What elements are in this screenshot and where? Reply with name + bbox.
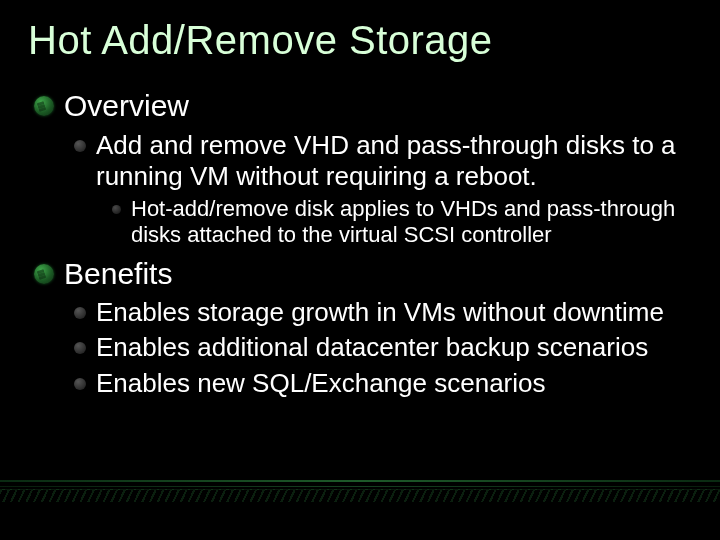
section-heading: Benefits [64, 257, 172, 292]
list-item: Hot-add/remove disk applies to VHDs and … [112, 196, 690, 249]
bullet-dot-icon [74, 140, 86, 152]
bullet-orb-icon [34, 96, 54, 116]
slide-content: Overview Add and remove VHD and pass-thr… [0, 63, 720, 399]
bullet-subdot-icon [112, 205, 121, 214]
footer-decoration [0, 480, 720, 502]
list-item: Enables new SQL/Exchange scenarios [74, 368, 690, 399]
list-item-text: Enables new SQL/Exchange scenarios [96, 368, 546, 399]
list-item: Add and remove VHD and pass-through disk… [74, 130, 690, 192]
list-item: Benefits [34, 257, 690, 292]
bullet-dot-icon [74, 342, 86, 354]
divider-line-icon [0, 486, 720, 487]
hatch-pattern-icon [0, 489, 720, 502]
list-item-text: Hot-add/remove disk applies to VHDs and … [131, 196, 690, 249]
section-heading: Overview [64, 89, 189, 124]
list-item-text: Add and remove VHD and pass-through disk… [96, 130, 690, 192]
list-item-text: Enables storage growth in VMs without do… [96, 297, 664, 328]
list-item: Overview [34, 89, 690, 124]
slide: Hot Add/Remove Storage Overview Add and … [0, 0, 720, 540]
bullet-dot-icon [74, 307, 86, 319]
bullet-orb-icon [34, 264, 54, 284]
bullet-dot-icon [74, 378, 86, 390]
list-item: Enables storage growth in VMs without do… [74, 297, 690, 328]
list-item-text: Enables additional datacenter backup sce… [96, 332, 648, 363]
divider-line-icon [0, 480, 720, 482]
slide-title: Hot Add/Remove Storage [0, 0, 720, 63]
list-item: Enables additional datacenter backup sce… [74, 332, 690, 363]
